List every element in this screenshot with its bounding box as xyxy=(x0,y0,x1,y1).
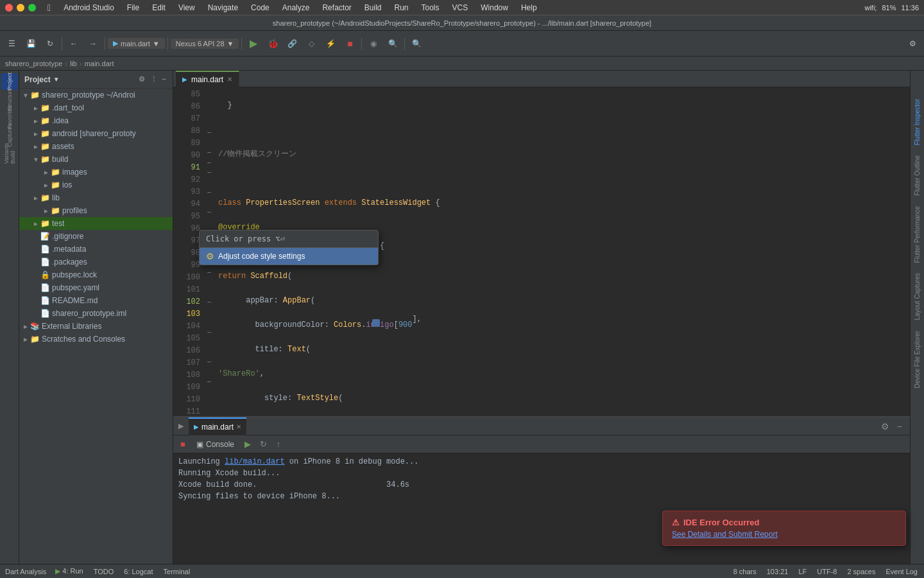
console-link-1[interactable]: lib/main.dart xyxy=(225,457,285,466)
run-button[interactable]: ▶ xyxy=(244,35,262,53)
menu-build[interactable]: Build xyxy=(362,3,384,12)
menu-refactor[interactable]: Refactor xyxy=(320,3,354,12)
tree-item-ios[interactable]: ► 📁 ios xyxy=(19,179,173,191)
current-file-dropdown[interactable]: ▶ main.dart ▼ xyxy=(108,38,165,49)
menu-help[interactable]: Help xyxy=(518,3,540,12)
fold-flatbtn-icon[interactable]: – xyxy=(205,356,213,367)
fold-children-icon[interactable]: – xyxy=(205,326,213,337)
tree-item-lib[interactable]: ► 📁 lib xyxy=(19,191,173,204)
search-everywhere-btn[interactable]: 🔍 xyxy=(407,35,425,53)
coverage-btn[interactable]: ◉ xyxy=(364,35,382,53)
flutter-inspector-btn[interactable]: 🔍 xyxy=(384,35,402,53)
tree-item-profiles[interactable]: ► 📁 profiles xyxy=(19,204,173,217)
breadcrumb-project[interactable]: sharero_prototype xyxy=(5,60,62,67)
tree-item-iml[interactable]: ► 📄 sharero_prototype.iml xyxy=(19,307,173,320)
tree-item-pubspec-lock[interactable]: ► 🔒 pubspec.lock xyxy=(19,268,173,281)
close-button[interactable] xyxy=(5,4,13,12)
tree-item-metadata[interactable]: ► 📄 .metadata xyxy=(19,243,173,256)
device-dropdown[interactable]: Nexus 6 API 28 ▼ xyxy=(171,39,239,49)
logcat-status[interactable]: 6: Logcat xyxy=(123,568,154,575)
flutter-inspector-label[interactable]: Flutter Inspector xyxy=(912,96,922,148)
tree-item-root[interactable]: ▼ 📁 sharero_prototype ~/Androi xyxy=(19,89,173,101)
sidebar-close-icon[interactable]: − xyxy=(161,74,167,85)
tree-item-android[interactable]: ► 📁 android [sharero_prototy xyxy=(19,127,173,140)
activity-variants[interactable]: Build Variants xyxy=(1,145,18,162)
event-log-status[interactable]: Event Log xyxy=(884,568,919,575)
tree-item-images[interactable]: ► 📁 images xyxy=(19,166,173,179)
scroll-up-btn[interactable]: ↑ xyxy=(271,437,286,451)
breadcrumb-lib[interactable]: lib xyxy=(70,60,77,67)
status-position[interactable]: 103:21 xyxy=(766,568,790,575)
sync-btn[interactable]: ↻ xyxy=(41,35,59,53)
run-status[interactable]: ▶ 4: Run xyxy=(54,567,84,575)
right-settings-btn[interactable]: ⚙ xyxy=(903,35,921,53)
back-btn[interactable]: ← xyxy=(65,35,83,53)
menu-navigate[interactable]: Navigate xyxy=(205,3,241,12)
minimize-button[interactable] xyxy=(17,4,24,12)
tree-item-dart-tool[interactable]: ► 📁 .dart_tool xyxy=(19,101,173,114)
stop-button[interactable]: ■ xyxy=(341,35,359,53)
activity-captures[interactable]: Captures xyxy=(1,127,18,144)
status-indent[interactable]: 2 spaces xyxy=(846,568,877,575)
tree-item-build[interactable]: ▼ 📁 build xyxy=(19,153,173,166)
menu-code[interactable]: Code xyxy=(248,3,272,12)
tree-item-test[interactable]: ► 📁 test xyxy=(19,217,173,230)
fold-listview-icon[interactable]: – xyxy=(205,297,213,307)
console-tab[interactable]: ▣ Console xyxy=(191,437,239,451)
attach-btn[interactable]: 🔗 xyxy=(283,35,301,53)
dart-analysis-status[interactable]: Dart Analysis xyxy=(5,568,46,575)
menu-tools[interactable]: Tools xyxy=(419,3,442,12)
sidebar-settings-icon[interactable]: ⚙ xyxy=(137,74,146,85)
menu-vcs[interactable]: VCS xyxy=(450,3,471,12)
debug-button[interactable]: 🐞 xyxy=(264,35,282,53)
run-tab[interactable]: ▶ main.dart ✕ xyxy=(189,417,246,435)
editor-tab-main-dart[interactable]: ▶ main.dart ✕ xyxy=(176,71,239,87)
console-stop-button[interactable]: ■ xyxy=(176,437,190,451)
fold-safearea-icon[interactable]: – xyxy=(205,267,213,277)
fold-card-icon[interactable]: – xyxy=(205,376,213,387)
bottom-settings-icon[interactable]: ⚙ xyxy=(878,420,892,433)
tree-item-packages[interactable]: ► 📄 .packages xyxy=(19,256,173,268)
rerun-btn[interactable]: ↻ xyxy=(256,437,270,451)
save-btn[interactable]: 💾 xyxy=(22,35,40,53)
hot-reload-btn[interactable]: ⚡ xyxy=(321,35,339,53)
menu-window[interactable]: Window xyxy=(478,3,511,12)
status-lf[interactable]: LF xyxy=(797,568,808,575)
fold-appbar-icon[interactable]: – xyxy=(205,167,213,177)
flutter-perf-label[interactable]: Flutter Performance xyxy=(912,204,922,265)
forward-btn[interactable]: → xyxy=(84,35,102,53)
tooltip-action-item[interactable]: ⚙ Adjust code style settings xyxy=(200,248,378,265)
layout-captures-label[interactable]: Layout Captures xyxy=(912,270,922,322)
fold-fn-icon[interactable]: – xyxy=(205,147,213,157)
breadcrumb-file[interactable]: main.dart xyxy=(85,60,114,67)
tree-item-gitignore[interactable]: ► 📝 .gitignore xyxy=(19,230,173,243)
tree-item-scratches[interactable]: ► 📁 Scratches and Consoles xyxy=(19,333,173,346)
fold-text-icon[interactable]: – xyxy=(205,187,213,197)
fold-scaffold-icon[interactable]: – xyxy=(205,157,213,168)
maximize-button[interactable] xyxy=(28,4,36,12)
error-details-link[interactable]: See Details and Submit Report xyxy=(672,530,896,539)
menu-analyze[interactable]: Analyze xyxy=(280,3,312,12)
menu-view[interactable]: View xyxy=(176,3,198,12)
todo-status[interactable]: TODO xyxy=(92,568,116,575)
status-encoding[interactable]: UTF-8 xyxy=(816,568,838,575)
menu-icon-btn[interactable]: ☰ xyxy=(3,35,21,53)
menu-file[interactable]: File xyxy=(124,3,142,12)
tree-item-readme[interactable]: ► 📄 README.md xyxy=(19,294,173,307)
profile-btn[interactable]: ◇ xyxy=(302,35,320,53)
sidebar-layout-icon[interactable]: ⋮ xyxy=(149,74,158,85)
fold-class-icon[interactable]: – xyxy=(205,127,213,137)
menu-edit[interactable]: Edit xyxy=(150,3,168,12)
tree-item-idea[interactable]: ► 📁 .idea xyxy=(19,114,173,127)
tree-item-external-libs[interactable]: ► 📚 External Libraries xyxy=(19,320,173,333)
app-name-menu[interactable]: Android Studio xyxy=(61,3,117,12)
flutter-outline-label[interactable]: Flutter Outline xyxy=(912,153,922,198)
run-again-btn[interactable]: ▶ xyxy=(241,437,255,451)
device-file-label[interactable]: Device File Explorer xyxy=(912,328,922,390)
menu-run[interactable]: Run xyxy=(392,3,411,12)
terminal-status[interactable]: Terminal xyxy=(162,568,192,575)
tab-close-icon[interactable]: ✕ xyxy=(227,76,232,83)
tree-item-assets[interactable]: ► 📁 assets xyxy=(19,140,173,153)
tree-item-pubspec-yaml[interactable]: ► 📄 pubspec.yaml xyxy=(19,281,173,294)
bottom-minimize-icon[interactable]: − xyxy=(894,420,905,433)
